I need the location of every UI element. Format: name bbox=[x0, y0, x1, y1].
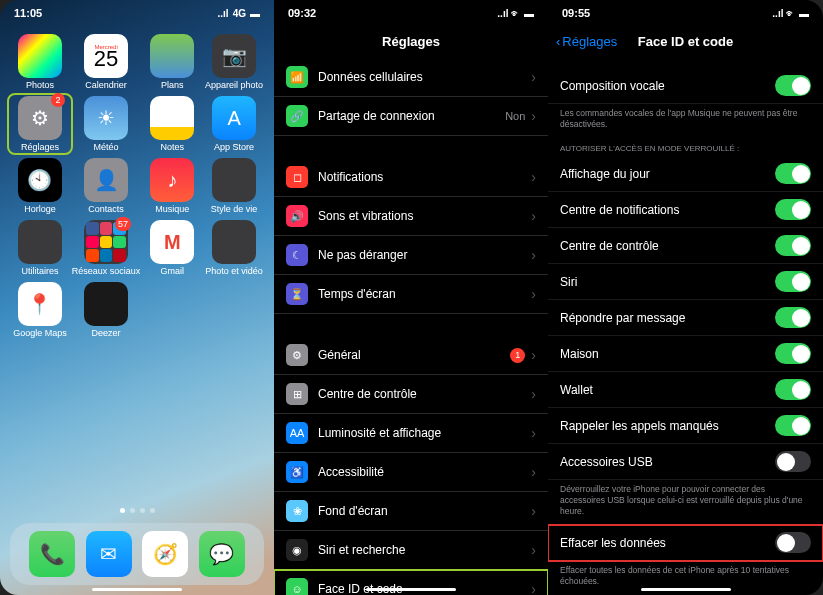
app-music[interactable]: ♪Musique bbox=[142, 158, 202, 214]
app-maps[interactable]: Plans bbox=[142, 34, 202, 90]
back-button[interactable]: ‹ Réglages bbox=[556, 34, 617, 49]
app-label: Notes bbox=[161, 142, 185, 152]
row-label: Rappeler les appels manqués bbox=[560, 419, 719, 433]
row-label: Général bbox=[318, 348, 510, 362]
app-camera[interactable]: 📷Appareil photo bbox=[204, 34, 264, 90]
dock-app-safari[interactable]: 🧭 bbox=[142, 531, 188, 577]
dock: 📞✉🧭💬 bbox=[10, 523, 264, 585]
row-wallpaper[interactable]: ❀Fond d'écran› bbox=[274, 492, 548, 531]
app-label: Utilitaires bbox=[21, 266, 58, 276]
toggle-notifc[interactable] bbox=[775, 199, 811, 220]
app-contacts[interactable]: 👤Contacts bbox=[72, 158, 141, 214]
faceid-icon: ☺ bbox=[286, 578, 308, 595]
row-access[interactable]: ♿Accessibilité› bbox=[274, 453, 548, 492]
row-screentime[interactable]: ⏳Temps d'écran› bbox=[274, 275, 548, 314]
badge: 1 bbox=[510, 348, 525, 363]
row-label: Fond d'écran bbox=[318, 504, 531, 518]
row-label: Effacer les données bbox=[560, 536, 666, 550]
row-hotspot[interactable]: 🔗Partage de connexionNon› bbox=[274, 97, 548, 136]
safari-icon: 🧭 bbox=[142, 531, 188, 577]
faceid-screen: 09:55 ..ıl ᯤ ▬ ‹ Réglages Face ID et cod… bbox=[548, 0, 823, 595]
notif-icon: ◻ bbox=[286, 166, 308, 188]
mail-icon: ✉ bbox=[86, 531, 132, 577]
home-indicator[interactable] bbox=[92, 588, 182, 591]
sounds-icon: 🔊 bbox=[286, 205, 308, 227]
dock-app-messages[interactable]: 💬 bbox=[199, 531, 245, 577]
toggle-erase[interactable] bbox=[775, 532, 811, 553]
app-clock[interactable]: 🕙Horloge bbox=[10, 158, 70, 214]
toggle-wallet[interactable] bbox=[775, 379, 811, 400]
row-label: Centre de contrôle bbox=[318, 387, 531, 401]
home-indicator[interactable] bbox=[641, 588, 731, 591]
row-siri: Siri bbox=[548, 264, 823, 300]
app-appstore[interactable]: AApp Store bbox=[204, 96, 264, 152]
app-social[interactable]: 57Réseaux sociaux bbox=[72, 220, 141, 276]
row-ctrlc: Centre de contrôle bbox=[548, 228, 823, 264]
home-indicator[interactable] bbox=[366, 588, 456, 591]
app-gmail[interactable]: MGmail bbox=[142, 220, 202, 276]
app-label: Deezer bbox=[92, 328, 121, 338]
row-sounds[interactable]: 🔊Sons et vibrations› bbox=[274, 197, 548, 236]
row-dnd[interactable]: ☾Ne pas déranger› bbox=[274, 236, 548, 275]
row-label: Accessibilité bbox=[318, 465, 531, 479]
app-gmaps[interactable]: 📍Google Maps bbox=[10, 282, 70, 338]
app-label: Réseaux sociaux bbox=[72, 266, 141, 276]
row-label: Siri bbox=[560, 275, 577, 289]
chevron-left-icon: ‹ bbox=[556, 34, 560, 49]
row-label: Sons et vibrations bbox=[318, 209, 531, 223]
app-photos[interactable]: Photos bbox=[10, 34, 70, 90]
row-cellular[interactable]: 📶Données cellulaires› bbox=[274, 58, 548, 97]
row-faceid[interactable]: ☺Face ID et code› bbox=[274, 570, 548, 595]
app-utils[interactable]: Utilitaires bbox=[10, 220, 70, 276]
row-notif[interactable]: ◻Notifications› bbox=[274, 158, 548, 197]
dock-app-mail[interactable]: ✉ bbox=[86, 531, 132, 577]
app-label: Style de vie bbox=[211, 204, 258, 214]
app-label: Google Maps bbox=[13, 328, 67, 338]
section-header-locked: AUTORISER L'ACCÈS EN MODE VERROUILLÉ : bbox=[548, 138, 823, 156]
toggle-usb[interactable] bbox=[775, 451, 811, 472]
app-style[interactable]: Style de vie bbox=[204, 158, 264, 214]
row-voice: Composition vocale bbox=[548, 68, 823, 104]
status-right: ..ıl 4G ▬ bbox=[218, 8, 260, 19]
social-icon: 57 bbox=[84, 220, 128, 264]
row-general[interactable]: ⚙Général1› bbox=[274, 336, 548, 375]
toggle-home[interactable] bbox=[775, 343, 811, 364]
camera-icon: 📷 bbox=[212, 34, 256, 78]
toggle-reply[interactable] bbox=[775, 307, 811, 328]
app-label: Musique bbox=[155, 204, 189, 214]
messages-icon: 💬 bbox=[199, 531, 245, 577]
row-siri[interactable]: ◉Siri et recherche› bbox=[274, 531, 548, 570]
page-dots[interactable] bbox=[0, 508, 274, 513]
toggle-callback[interactable] bbox=[775, 415, 811, 436]
app-label: Plans bbox=[161, 80, 184, 90]
row-cc[interactable]: ⊞Centre de contrôle› bbox=[274, 375, 548, 414]
status-bar: 09:32 ..ıl ᯤ ▬ bbox=[274, 0, 548, 24]
voice-note: Les commandes vocales de l'app Musique n… bbox=[548, 104, 823, 138]
app-weather[interactable]: ☀Météo bbox=[72, 96, 141, 152]
row-reply: Répondre par message bbox=[548, 300, 823, 336]
app-settings[interactable]: ⚙︎2Réglages bbox=[7, 93, 73, 155]
row-label: Partage de connexion bbox=[318, 109, 505, 123]
music-icon: ♪ bbox=[150, 158, 194, 202]
clock: 09:32 bbox=[288, 7, 316, 19]
chevron-right-icon: › bbox=[531, 69, 536, 85]
toggle-today[interactable] bbox=[775, 163, 811, 184]
general-icon: ⚙ bbox=[286, 344, 308, 366]
app-deezer[interactable]: Deezer bbox=[72, 282, 141, 338]
cellular-icon: 📶 bbox=[286, 66, 308, 88]
siri-icon: ◉ bbox=[286, 539, 308, 561]
toggle-siri[interactable] bbox=[775, 271, 811, 292]
app-label: Photo et vidéo bbox=[205, 266, 263, 276]
app-notes[interactable]: Notes bbox=[142, 96, 202, 152]
dock-app-phone[interactable]: 📞 bbox=[29, 531, 75, 577]
toggle-ctrlc[interactable] bbox=[775, 235, 811, 256]
row-label: Accessoires USB bbox=[560, 455, 653, 469]
app-photovid[interactable]: Photo et vidéo bbox=[204, 220, 264, 276]
toggle-voice[interactable] bbox=[775, 75, 811, 96]
row-callback: Rappeler les appels manqués bbox=[548, 408, 823, 444]
nav-title: Réglages bbox=[382, 34, 440, 49]
row-display[interactable]: AALuminosité et affichage› bbox=[274, 414, 548, 453]
weather-icon: ☀ bbox=[84, 96, 128, 140]
app-calendar[interactable]: Mercredi25Calendrier bbox=[72, 34, 141, 90]
faceid-list: Composition vocaleLes commandes vocales … bbox=[548, 58, 823, 595]
